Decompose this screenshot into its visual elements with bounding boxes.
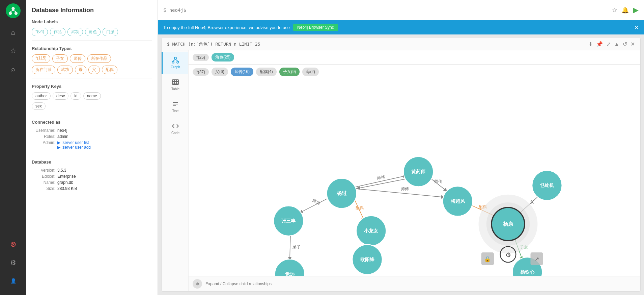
collapse-icon[interactable]: ▲ <box>614 41 619 47</box>
svg-text:🔒: 🔒 <box>484 255 491 263</box>
node-labels-title: Node Labels <box>32 19 152 24</box>
favorite-icon[interactable]: ☆ <box>612 6 617 14</box>
divider-2 <box>32 78 152 78</box>
neo4j-sync-button[interactable]: Neo4j Browser Sync <box>293 24 338 31</box>
svg-text:↗: ↗ <box>535 256 539 262</box>
server-user-add-link[interactable]: ▶ :server user add <box>57 145 91 150</box>
svg-text:张三丰: 张三丰 <box>281 218 296 223</box>
tag-suozaizuopin[interactable]: 所在作品 <box>87 54 111 63</box>
svg-line-34 <box>354 189 445 197</box>
svg-text:师传: 师传 <box>434 179 442 183</box>
rel-types-tags: *(115) 子女 师传 所在作品 <box>32 54 152 63</box>
text-view-button[interactable]: Text <box>162 96 188 118</box>
svg-text:杨过: 杨过 <box>336 190 347 196</box>
code-view-button[interactable]: Code <box>162 118 188 140</box>
close-result-icon[interactable]: ✕ <box>631 41 635 47</box>
settings-icon[interactable]: ⚙ <box>6 255 21 270</box>
table-label: Table <box>171 87 179 91</box>
tag-all-rels[interactable]: *(115) <box>32 54 50 63</box>
code-label: Code <box>171 131 179 135</box>
error-icon[interactable]: ⊗ <box>6 237 21 252</box>
home-icon[interactable]: ⌂ <box>6 25 21 40</box>
command-icons: ☆ 🔔 ▶ <box>612 6 639 15</box>
database-info: Version: 3.5.3 Edition: Enterprise Name:… <box>32 168 152 191</box>
filter-fu[interactable]: 父(6) <box>212 68 228 76</box>
tag-author[interactable]: author <box>32 92 51 100</box>
graph-canvas[interactable]: 师傅 配偶 师傅 弟子 师传 <box>189 79 640 276</box>
tag-peiou[interactable]: 配偶 <box>102 66 117 74</box>
graph-svg: 师傅 配偶 师傅 弟子 师传 <box>189 79 640 276</box>
expand-collapse-button[interactable]: ⊕ <box>193 279 202 289</box>
filter-all-nodes[interactable]: *(25) <box>193 54 209 61</box>
command-bar: $ ☆ 🔔 ▶ <box>158 0 644 20</box>
banner-close-icon[interactable]: ✕ <box>634 24 639 31</box>
svg-text:师傅: 师傅 <box>376 174 385 180</box>
svg-point-7 <box>177 61 179 63</box>
filter-all-rels[interactable]: *(37) <box>193 68 209 76</box>
filter-peiou[interactable]: 配偶(4) <box>256 68 277 76</box>
tag-zinv[interactable]: 子女 <box>52 54 68 63</box>
svg-text:父: 父 <box>530 199 534 204</box>
result-content: Graph Table <box>162 50 640 291</box>
tag-zuopin[interactable]: 作品 <box>50 28 65 36</box>
tag-wugong-rel[interactable]: 武功 <box>57 66 73 74</box>
divider-1 <box>32 40 152 41</box>
text-label: Text <box>172 109 178 113</box>
run-icon[interactable]: ▶ <box>633 6 639 15</box>
svg-text:黄药师: 黄药师 <box>411 169 425 174</box>
table-view-button[interactable]: Table <box>162 74 188 96</box>
app-logo[interactable] <box>6 3 21 18</box>
username-value: neo4j <box>57 128 67 133</box>
search-icon[interactable]: ⌕ <box>6 62 21 76</box>
filter-jiaose[interactable]: 角色(25) <box>212 53 234 62</box>
icon-bar: ⌂ ☆ ⌕ ⊗ ⚙ 👤 <box>0 0 26 295</box>
svg-text:师傅: 师傅 <box>312 198 321 206</box>
star-icon[interactable]: ☆ <box>6 43 21 58</box>
download-icon[interactable]: ⬇ <box>588 41 593 47</box>
notification-icon[interactable]: 🔔 <box>621 6 629 14</box>
fullscreen-icon[interactable]: ⤢ <box>606 41 611 47</box>
command-prompt: $ <box>163 7 167 13</box>
result-toolbar: $ MATCH (n:`角色`) RETURN n LIMIT 25 ⬇ 📌 ⤢… <box>162 38 640 50</box>
svg-point-1 <box>9 12 12 15</box>
rel-types-title: Relationship Types <box>32 46 152 51</box>
refresh-icon[interactable]: ↺ <box>623 41 627 47</box>
command-input[interactable] <box>169 7 612 13</box>
tag-shifu[interactable]: 师传 <box>70 54 85 63</box>
tag-jiaose[interactable]: 角色 <box>85 28 101 36</box>
banner-message: To enjoy the full Neo4j Browser experien… <box>163 25 290 30</box>
tag-suozaimenpai[interactable]: 所在门派 <box>32 66 55 74</box>
filter-mu[interactable]: 母(2) <box>302 68 319 76</box>
graph-bottom-bar: ⊕ Expand / Collapse child relationships <box>189 276 640 291</box>
pin-icon[interactable]: 📌 <box>596 41 603 47</box>
svg-text:觉远: 觉远 <box>285 271 295 276</box>
version-label: Version: <box>32 168 55 173</box>
share-icon[interactable]: 👤 <box>6 273 21 288</box>
svg-point-5 <box>174 57 176 59</box>
connected-info: Username: neo4j Roles: admin Admin: ▶ :s… <box>32 128 152 150</box>
tag-menpai[interactable]: 门派 <box>103 28 118 36</box>
svg-text:杨康: 杨康 <box>503 221 513 227</box>
db-size-label: Size: <box>32 186 55 191</box>
tag-sex[interactable]: sex <box>32 102 46 110</box>
tag-mu[interactable]: 母 <box>75 66 86 74</box>
tag-id[interactable]: id <box>71 92 81 100</box>
admin-label: Admin: <box>32 140 55 150</box>
tag-all-nodes[interactable]: *(64) <box>32 28 48 36</box>
svg-text:杨铁心: 杨铁心 <box>520 269 535 275</box>
tag-desc[interactable]: desc <box>53 92 68 100</box>
roles-label: Roles: <box>32 134 55 139</box>
filter-shifu[interactable]: 师传(16) <box>231 68 253 76</box>
filter-bar-2: *(37) 父(6) 师传(16) 配偶(4) 子女(9) 母(2) <box>189 65 640 79</box>
tag-wugong[interactable]: 武功 <box>67 28 83 36</box>
server-user-list-link[interactable]: ▶ :server user list <box>57 140 89 145</box>
graph-view-button[interactable]: Graph <box>162 52 188 74</box>
result-panel: $ MATCH (n:`角色`) RETURN n LIMIT 25 ⬇ 📌 ⤢… <box>161 38 641 292</box>
svg-text:乜处机: 乜处机 <box>539 182 554 188</box>
tag-name[interactable]: name <box>83 92 101 100</box>
main-area: $ ☆ 🔔 ▶ To enjoy the full Neo4j Browser … <box>158 0 644 295</box>
tag-fu[interactable]: 父 <box>88 66 100 74</box>
svg-line-4 <box>13 10 16 12</box>
filter-zinv[interactable]: 子女(9) <box>279 68 300 76</box>
svg-point-0 <box>11 7 15 10</box>
